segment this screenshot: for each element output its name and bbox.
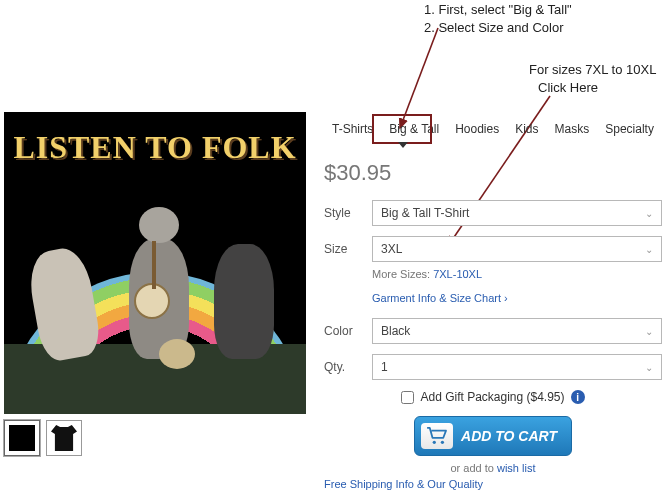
cart-icon (421, 423, 453, 449)
color-select[interactable]: Black ⌄ (372, 318, 662, 344)
qty-select[interactable]: 1 ⌄ (372, 354, 662, 380)
garment-info-link[interactable]: Garment Info & Size Chart › (372, 292, 508, 304)
gift-checkbox[interactable] (401, 391, 414, 404)
thumbnail-strip (4, 420, 82, 456)
info-icon[interactable]: i (571, 390, 585, 404)
product-image[interactable]: LISTEN TO FOLK (4, 112, 306, 414)
annotation-extra2: Click Here (538, 80, 598, 95)
more-sizes-label: More Sizes: (372, 268, 430, 280)
add-to-cart-label: ADD TO CART (461, 428, 557, 444)
more-sizes: More Sizes: 7XL-10XL (372, 268, 662, 280)
tab-tshirts[interactable]: T-Shirts (324, 116, 381, 142)
annotation-step1: 1. First, select "Big & Tall" (424, 2, 572, 17)
style-select[interactable]: Big & Tall T-Shirt ⌄ (372, 200, 662, 226)
annotation-extra1: For sizes 7XL to 10XL (529, 62, 656, 77)
thumbnail-1[interactable] (4, 420, 40, 456)
more-sizes-link[interactable]: 7XL-10XL (433, 268, 482, 280)
chevron-down-icon: ⌄ (645, 326, 653, 337)
gift-label: Add Gift Packaging ($4.95) (420, 390, 564, 404)
style-value: Big & Tall T-Shirt (381, 206, 469, 220)
wishlist-link[interactable]: wish list (497, 462, 536, 474)
svg-point-3 (441, 441, 444, 444)
thumbnail-2[interactable] (46, 420, 82, 456)
svg-point-2 (433, 441, 436, 444)
chevron-down-icon: ⌄ (645, 244, 653, 255)
size-value: 3XL (381, 242, 402, 256)
tab-kids[interactable]: Kids (507, 116, 546, 142)
wishlist-line: or add to wish list (324, 462, 662, 474)
qty-label: Qty. (324, 360, 372, 374)
tab-indicator-icon (398, 142, 408, 148)
svg-line-0 (400, 28, 438, 128)
tab-specialty[interactable]: Specialty (597, 116, 662, 142)
tab-hoodies[interactable]: Hoodies (447, 116, 507, 142)
chevron-down-icon: ⌄ (645, 362, 653, 373)
tab-masks[interactable]: Masks (547, 116, 598, 142)
color-label: Color (324, 324, 372, 338)
annotation-step2: 2. Select Size and Color (424, 20, 563, 35)
add-to-cart-button[interactable]: ADD TO CART (414, 416, 572, 456)
category-tabs: T-Shirts Big & Tall Hoodies Kids Masks S… (324, 116, 662, 142)
shipping-info-link[interactable]: Free Shipping Info & Our Quality (324, 478, 483, 490)
tab-bags[interactable]: Bags (662, 116, 670, 142)
artwork-title: LISTEN TO FOLK (4, 132, 306, 162)
color-value: Black (381, 324, 410, 338)
size-select[interactable]: 3XL ⌄ (372, 236, 662, 262)
style-label: Style (324, 206, 372, 220)
tab-big-tall[interactable]: Big & Tall (381, 116, 447, 142)
qty-value: 1 (381, 360, 388, 374)
price: $30.95 (324, 160, 662, 186)
chevron-down-icon: ⌄ (645, 208, 653, 219)
artwork-band (4, 219, 306, 359)
size-label: Size (324, 242, 372, 256)
